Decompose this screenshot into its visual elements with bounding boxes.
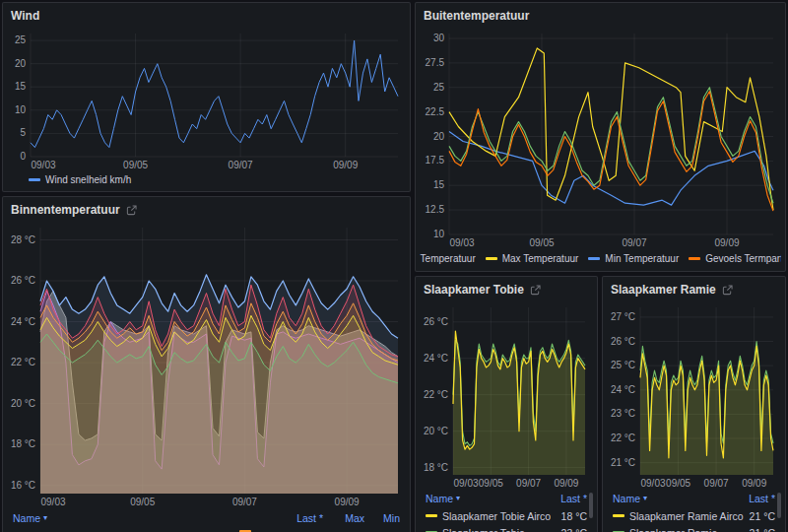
partial-table-row[interactable] (13, 528, 400, 532)
series-name[interactable]: Slaapkamer Tobie Airco (442, 510, 551, 522)
column-header-name[interactable]: Name ▾ (613, 493, 647, 504)
column-header-last[interactable]: Last * (560, 493, 587, 504)
table-scrollbar-thumb[interactable] (777, 493, 781, 518)
table-row[interactable]: Slaapkamer Ramie Airco21 °C (613, 507, 775, 524)
sort-caret-icon: ▾ (456, 495, 460, 502)
svg-text:30: 30 (433, 33, 445, 43)
slaapkamer-tobie-chart-svg[interactable]: 18 °C20 °C22 °C24 °C26 °C09/0309/0509/07… (420, 302, 593, 490)
svg-text:09/03: 09/03 (453, 478, 478, 489)
svg-text:09/05: 09/05 (123, 160, 148, 170)
slaapkamer-ramie-chart[interactable]: 21 °C22 °C23 °C24 °C25 °C26 °C27 °C09/03… (607, 302, 781, 490)
buitentemperatuur-chart[interactable]: 1012.51517.52022.52527.53009/0309/0509/0… (420, 29, 781, 249)
series-name[interactable]: Slaapkamer Ramie (629, 527, 717, 532)
series-name-cell: Slaapkamer Tobie (426, 527, 558, 532)
column-header-name[interactable]: Name ▾ (13, 512, 47, 524)
binnentemperatuur-chart-svg[interactable]: 16 °C18 °C20 °C22 °C24 °C26 °C28 °C09/03… (7, 223, 406, 508)
column-header-min[interactable]: Min (364, 512, 400, 524)
panel-title[interactable]: Binnentemperatuur (11, 203, 120, 217)
svg-text:09/09: 09/09 (333, 160, 358, 170)
svg-text:22 °C: 22 °C (11, 357, 35, 367)
svg-text:09/09: 09/09 (714, 237, 739, 248)
series-color-mark (588, 257, 600, 260)
external-link-icon[interactable] (126, 205, 137, 216)
external-link-icon[interactable] (722, 285, 733, 296)
svg-text:16 °C: 16 °C (11, 480, 35, 491)
series-color-swatch (426, 514, 437, 517)
svg-text:20: 20 (433, 131, 445, 142)
svg-text:20 °C: 20 °C (11, 398, 35, 409)
panel-header-buitentemperatuur[interactable]: Buitentemperatuur (416, 3, 785, 29)
legend-label: Temperatuur (421, 253, 476, 264)
wind-chart[interactable]: 051015202509/0309/0509/0709/09 (7, 29, 406, 171)
binnentemperatuur-legend-table: Name ▾ Last * Max Min (7, 508, 406, 532)
external-link-icon[interactable] (530, 285, 541, 296)
series-color-mark (486, 257, 497, 260)
svg-text:09/05: 09/05 (130, 497, 155, 507)
svg-text:09/09: 09/09 (335, 497, 360, 507)
panel-title[interactable]: Slaapkamer Tobie (424, 283, 524, 297)
legend-label: Min Temperatuur (605, 253, 679, 264)
column-header-last[interactable]: Last * (749, 493, 775, 504)
binnentemperatuur-chart[interactable]: 16 °C18 °C20 °C22 °C24 °C26 °C28 °C09/03… (7, 223, 406, 508)
column-header-max[interactable]: Max (323, 512, 364, 524)
legend-item-wind-snelheid-km-h[interactable]: Wind snelheid km/h (29, 174, 131, 185)
series-color-mark (689, 257, 700, 260)
legend-item-temperatuur[interactable]: Temperatuur (420, 253, 476, 264)
panel-binnentemperatuur: Binnentemperatuur 16 °C18 °C20 °C22 °C24… (2, 196, 411, 532)
svg-text:21 °C: 21 °C (611, 457, 635, 468)
panel-header-binnentemperatuur[interactable]: Binnentemperatuur (3, 197, 410, 223)
panel-title[interactable]: Buitentemperatuur (424, 9, 529, 23)
column-header-name[interactable]: Name ▾ (426, 493, 460, 504)
svg-text:24 °C: 24 °C (424, 353, 448, 364)
svg-text:26 °C: 26 °C (424, 316, 448, 327)
svg-text:25 °C: 25 °C (611, 360, 635, 370)
svg-text:09/05: 09/05 (529, 237, 554, 248)
svg-text:09/07: 09/07 (229, 160, 253, 170)
svg-text:09/03: 09/03 (40, 497, 65, 507)
column-header-name-label: Name (613, 493, 640, 504)
legend-item-max-temperatuur[interactable]: Max Temperatuur (486, 253, 579, 264)
column-header-last[interactable]: Last * (278, 512, 323, 524)
panel-title[interactable]: Slaapkamer Ramie (611, 283, 716, 297)
panel-header-wind[interactable]: Wind (3, 3, 410, 29)
series-name[interactable]: Slaapkamer Ramie Airco (629, 510, 744, 522)
series-last-value: 18 °C (558, 510, 587, 522)
svg-text:09/09: 09/09 (554, 478, 578, 489)
table-row[interactable]: Slaapkamer Tobie Airco18 °C (426, 507, 587, 524)
legend-item-min-temperatuur[interactable]: Min Temperatuur (588, 253, 679, 264)
table-row[interactable]: Slaapkamer Tobie23 °C (426, 524, 587, 532)
panel-buitentemperatuur: Buitentemperatuur 1012.51517.52022.52527… (415, 2, 786, 272)
legend-table-header: Name ▾ Last * (613, 490, 775, 507)
panel-title[interactable]: Wind (11, 9, 39, 23)
svg-text:26 °C: 26 °C (611, 336, 635, 347)
svg-text:09/09: 09/09 (742, 478, 766, 489)
svg-text:10: 10 (15, 104, 27, 115)
table-row[interactable]: Slaapkamer Ramie21 °C (613, 524, 775, 532)
svg-text:12.5: 12.5 (426, 204, 445, 215)
series-last-value: 21 °C (746, 527, 775, 532)
table-scrollbar-thumb[interactable] (589, 493, 593, 518)
series-name[interactable]: Slaapkamer Tobie (442, 527, 525, 532)
svg-text:5: 5 (20, 127, 26, 138)
buitentemperatuur-legend: TemperatuurMax TemperatuurMin Temperatuu… (420, 249, 781, 269)
column-header-name-label: Name (426, 493, 453, 504)
series-last-value: 23 °C (558, 527, 587, 532)
svg-text:28 °C: 28 °C (11, 234, 35, 245)
legend-item-gevoels-termpartuur[interactable]: Gevoels Termpartuur (689, 253, 781, 264)
panel-header-slaapkamer-ramie[interactable]: Slaapkamer Ramie (603, 277, 785, 302)
svg-text:09/07: 09/07 (704, 478, 729, 489)
buitentemperatuur-chart-svg[interactable]: 1012.51517.52022.52527.53009/0309/0509/0… (420, 29, 781, 249)
slaapkamer-tobie-chart[interactable]: 18 °C20 °C22 °C24 °C26 °C09/0309/0509/07… (420, 302, 593, 490)
panel-header-slaapkamer-tobie[interactable]: Slaapkamer Tobie (416, 277, 597, 302)
wind-chart-svg[interactable]: 051015202509/0309/0509/0709/09 (7, 29, 406, 171)
svg-text:26 °C: 26 °C (11, 275, 35, 286)
legend-label: Wind snelheid km/h (45, 174, 131, 185)
svg-text:17.5: 17.5 (426, 155, 445, 166)
svg-text:24 °C: 24 °C (11, 316, 35, 327)
svg-text:15: 15 (15, 81, 27, 92)
sort-caret-icon: ▾ (43, 514, 47, 522)
svg-text:0: 0 (20, 151, 26, 162)
slaapkamer-ramie-chart-svg[interactable]: 21 °C22 °C23 °C24 °C25 °C26 °C27 °C09/03… (607, 302, 781, 490)
svg-text:20 °C: 20 °C (424, 426, 448, 436)
series-name-cell: Slaapkamer Tobie Airco (426, 510, 558, 522)
